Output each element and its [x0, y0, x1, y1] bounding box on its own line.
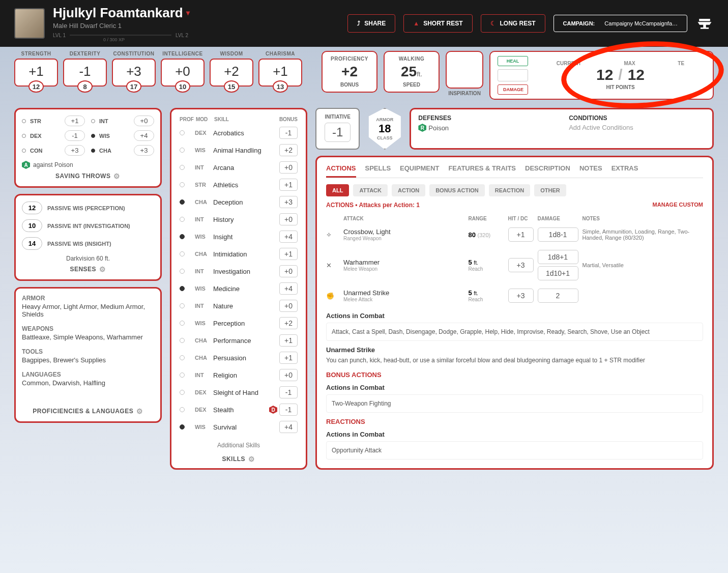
abilities-row: STRENGTH+112DEXTERITY-18CONSTITUTION+317…	[14, 51, 714, 100]
proficiency-dot	[180, 407, 185, 412]
defenses-conditions-panel: DEFENSES RPoison CONDITIONS Add Active C…	[410, 108, 714, 150]
save-cha[interactable]: CHA+3	[91, 145, 154, 156]
proficiency-card[interactable]: PROFICIENCY +2 BONUS	[322, 51, 377, 93]
skill-athletics[interactable]: STRAthletics+1	[177, 176, 301, 193]
skill-animal-handling[interactable]: WISAnimal Handling+2	[177, 141, 301, 159]
right-column: INITIATIVE -1 ARMOR 18 CLASS DEFENSES RP…	[315, 108, 714, 470]
initiative-box[interactable]: INITIATIVE -1	[315, 108, 360, 150]
hp-current[interactable]: 12	[596, 66, 613, 83]
hit-roll[interactable]: +1	[508, 227, 534, 242]
skill-medicine[interactable]: WISMedicine+4	[177, 280, 301, 297]
ability-strength[interactable]: STRENGTH+112	[14, 51, 58, 87]
proficiency-dot	[91, 119, 95, 123]
skill-performance[interactable]: CHAPerformance+1	[177, 332, 301, 349]
sense-row[interactable]: 12PASSIVE WIS (PERCEPTION)	[22, 202, 154, 214]
hp-current-label: CURRENT	[557, 61, 581, 66]
skill-nature[interactable]: INTNature+0	[177, 297, 301, 314]
short-rest-button[interactable]: ▲SHORT REST	[403, 14, 472, 33]
share-button[interactable]: ⤴SHARE	[347, 14, 395, 33]
skill-survival[interactable]: WISSurvival+4	[177, 418, 301, 436]
ability-charisma[interactable]: CHARISMA+113	[258, 51, 302, 87]
save-int[interactable]: INT+0	[91, 116, 154, 126]
skill-religion[interactable]: INTReligion+0	[177, 366, 301, 384]
conditions-section[interactable]: CONDITIONS Add Active Conditions	[562, 109, 712, 148]
damage-roll[interactable]: 1d10+1	[538, 266, 578, 280]
proficiency-dot	[22, 134, 26, 138]
proficiency-dot	[180, 165, 185, 170]
anvil-icon[interactable]	[695, 16, 714, 31]
ability-intelligence[interactable]: INTELLIGENCE+010	[161, 51, 205, 87]
hp-panel: HEAL DAMAGE CURRENT MAX TE 12 / 12 HIT P…	[489, 51, 714, 100]
inspiration-label: INSPIRATION	[446, 91, 483, 96]
tab-equipment[interactable]: EQUIPMENT	[400, 164, 439, 178]
damage-button[interactable]: DAMAGE	[498, 84, 528, 95]
advantage-icon: A	[22, 161, 30, 169]
tab-spells[interactable]: SPELLS	[365, 164, 391, 178]
save-dex[interactable]: DEX-1	[22, 130, 85, 141]
sense-row[interactable]: 14PASSIVE WIS (INSIGHT)	[22, 237, 154, 250]
skill-investigation[interactable]: INTInvestigation+0	[177, 263, 301, 280]
filter-action[interactable]: ACTION	[392, 184, 425, 196]
ability-dexterity[interactable]: DEXTERITY-18	[63, 51, 107, 87]
damage-roll[interactable]: 1d8+1	[538, 250, 578, 264]
filter-bonus-action[interactable]: BONUS ACTION	[429, 184, 485, 196]
skill-history[interactable]: INTHistory+0	[177, 211, 301, 228]
level-from: LVL 1	[53, 33, 66, 38]
tab-extras[interactable]: EXTRAS	[611, 164, 638, 178]
attack-row[interactable]: ✕WarhammerMelee Weapon5 ft.Reach+31d8+11…	[326, 246, 703, 284]
gear-icon[interactable]: ⚙	[248, 455, 255, 463]
gear-icon[interactable]: ⚙	[113, 172, 121, 180]
skill-perception[interactable]: WISPerception+2	[177, 314, 301, 332]
save-wis[interactable]: WIS+4	[91, 130, 154, 141]
filter-reaction[interactable]: REACTION	[489, 184, 530, 196]
manage-custom-link[interactable]: MANAGE CUSTOM	[653, 202, 703, 209]
campaign-button[interactable]: CAMPAIGN: Campaigny McCampaignfa…	[554, 15, 687, 32]
tab-features---traits[interactable]: FEATURES & TRAITS	[448, 164, 516, 178]
sense-row[interactable]: 10PASSIVE INT (INVESTIGATION)	[22, 219, 154, 232]
weapon-icon: ✧	[326, 231, 339, 239]
filter-attack[interactable]: ATTACK	[353, 184, 388, 196]
save-str[interactable]: STR+1	[22, 116, 85, 126]
skill-intimidation[interactable]: CHAIntimidation+1	[177, 245, 301, 263]
speed-card[interactable]: WALKING 25ft. SPEED	[384, 51, 440, 93]
hit-roll[interactable]: +3	[508, 289, 534, 303]
inspiration-box[interactable]	[446, 51, 483, 89]
proficiency-dot	[180, 130, 185, 135]
long-rest-button[interactable]: ☾LONG REST	[481, 14, 545, 33]
damage-roll[interactable]: 1d8-1	[538, 227, 578, 242]
skill-persuasion[interactable]: CHAPersuasion+1	[177, 349, 301, 366]
skill-sleight-of-hand[interactable]: DEXSleight of Hand-1	[177, 384, 301, 401]
skill-acrobatics[interactable]: DEXAcrobatics-1	[177, 124, 301, 141]
moon-icon: ☾	[490, 20, 496, 27]
skills-panel: PROF MOD SKILL BONUS DEXAcrobatics-1WISA…	[170, 108, 307, 470]
resistance-icon: R	[418, 124, 426, 132]
proficiency-dot	[22, 149, 26, 153]
skill-insight[interactable]: WISInsight+4	[177, 228, 301, 245]
filter-other[interactable]: OTHER	[534, 184, 566, 196]
gear-icon[interactable]: ⚙	[136, 407, 143, 415]
armor-class-shield[interactable]: ARMOR 18 CLASS	[367, 108, 402, 150]
hit-roll[interactable]: +3	[508, 258, 534, 272]
hp-input[interactable]	[498, 69, 528, 81]
filter-all[interactable]: ALL	[326, 184, 349, 196]
attack-row[interactable]: ✊Unarmed StrikeMelee Attack5 ft.Reach+32	[326, 284, 703, 307]
ability-constitution[interactable]: CONSTITUTION+317	[112, 51, 156, 87]
damage-roll[interactable]: 2	[538, 289, 578, 303]
save-con[interactable]: CON+3	[22, 145, 85, 156]
proficiency-dot	[91, 134, 95, 138]
attack-row[interactable]: ✧Crossbow, LightRanged Weapon80 (320)+11…	[326, 223, 703, 246]
chevron-down-icon[interactable]: ▾	[186, 9, 190, 17]
skill-stealth[interactable]: DEXStealthD-1	[177, 401, 301, 418]
defenses-section[interactable]: DEFENSES RPoison	[411, 109, 562, 148]
tab-actions[interactable]: ACTIONS	[326, 164, 356, 178]
tab-description[interactable]: DESCRIPTION	[525, 164, 570, 178]
skill-arcana[interactable]: INTArcana+0	[177, 159, 301, 176]
additional-skills[interactable]: Additional Skills	[177, 442, 301, 449]
gear-icon[interactable]: ⚙	[99, 265, 106, 273]
heal-button[interactable]: HEAL	[498, 56, 528, 66]
xp-track	[70, 35, 171, 36]
tab-notes[interactable]: NOTES	[579, 164, 602, 178]
ability-wisdom[interactable]: WISDOM+215	[210, 51, 253, 87]
skill-deception[interactable]: CHADeception+3	[177, 193, 301, 211]
character-avatar[interactable]	[14, 8, 45, 39]
